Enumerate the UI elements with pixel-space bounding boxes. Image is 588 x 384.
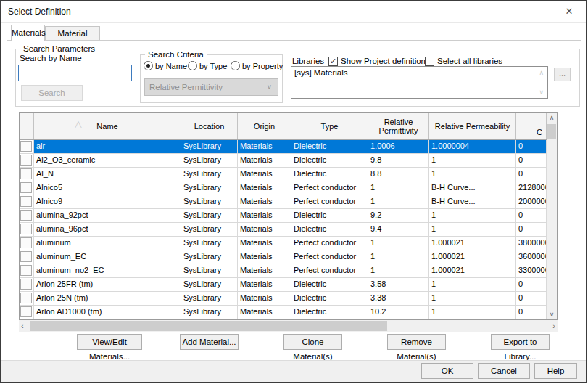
grid-row[interactable]: Alnico5 SysLibrary Materials Perfect con…	[20, 181, 547, 195]
export-to-library-button[interactable]: Export to Library...	[491, 334, 550, 350]
row-selector[interactable]	[20, 278, 34, 291]
remove-material-button[interactable]: Remove Material(s)	[387, 334, 446, 350]
cell-origin: Materials	[238, 154, 291, 167]
cell-conductivity: 2000000	[516, 195, 547, 208]
cell-name: Al_N	[34, 168, 181, 181]
row-selector[interactable]	[20, 209, 34, 222]
cell-type: Perfect conductor	[291, 264, 368, 277]
header-location[interactable]: Location	[181, 113, 238, 139]
cell-type: Perfect conductor	[291, 237, 368, 250]
cell-permittivity: 10.2	[368, 306, 429, 319]
cell-name: aluminum_no2_EC	[34, 264, 181, 277]
radio-by-name-label[interactable]: by Name	[155, 62, 187, 70]
header-row-selector	[20, 113, 34, 139]
grid-row[interactable]: air SysLibrary Materials Dielectric 1.00…	[20, 140, 547, 154]
select-all-libraries-label[interactable]: Select all libraries	[437, 57, 502, 65]
grid-row[interactable]: Arlon 25N (tm) SysLibrary Materials Diel…	[20, 292, 547, 306]
radio-by-property[interactable]	[231, 61, 240, 70]
tab-materials[interactable]: Materials	[11, 25, 45, 41]
grid-row[interactable]: Al2_O3_ceramic SysLibrary Materials Diel…	[20, 154, 547, 168]
grid-vertical-scrollbar[interactable]: ∧ ∨	[547, 113, 557, 319]
vertical-scroll-thumb[interactable]	[547, 124, 556, 139]
cell-conductivity: 3300000	[516, 264, 547, 277]
search-criteria-label: Search Criteria	[145, 50, 207, 59]
grid-horizontal-scrollbar[interactable]: ‹ ›	[19, 320, 558, 332]
cancel-button[interactable]: Cancel	[478, 363, 530, 379]
row-selector[interactable]	[20, 237, 34, 250]
grid-row[interactable]: aluminum SysLibrary Materials Perfect co…	[20, 237, 547, 250]
cell-permittivity: 9.4	[368, 223, 429, 236]
cell-origin: Materials	[238, 264, 291, 277]
header-relative-permeability[interactable]: Relative Permeability	[429, 113, 516, 139]
header-type[interactable]: Type	[291, 113, 368, 139]
cell-location: SysLibrary	[181, 154, 238, 167]
row-selector[interactable]	[20, 154, 34, 167]
select-all-libraries-checkbox[interactable]	[425, 57, 434, 66]
grid-row[interactable]: aluminum_no2_EC SysLibrary Materials Per…	[20, 264, 547, 278]
grid-row[interactable]: Alnico9 SysLibrary Materials Perfect con…	[20, 195, 547, 209]
row-selector[interactable]	[20, 195, 34, 208]
row-selector[interactable]	[20, 264, 34, 277]
cell-permittivity: 9.8	[368, 154, 429, 167]
title-bar: Select Definition ✕	[1, 1, 586, 23]
select-definition-dialog: Select Definition ✕ Materials Material F…	[0, 0, 587, 383]
row-selector[interactable]	[20, 168, 34, 181]
radio-by-type-label[interactable]: by Type	[199, 62, 227, 70]
tab-material-filters[interactable]: Material Filters	[45, 26, 100, 40]
header-origin[interactable]: Origin	[238, 113, 291, 139]
scroll-up-icon[interactable]: ∧	[539, 69, 544, 76]
header-name[interactable]: △ Name	[34, 113, 181, 139]
cell-name: aluminum	[34, 237, 181, 250]
header-relative-permittivity[interactable]: Relative Permittivity	[368, 113, 429, 139]
row-selector[interactable]	[20, 292, 34, 305]
close-icon[interactable]: ✕	[561, 5, 577, 18]
row-selector[interactable]	[20, 181, 34, 195]
grid-row[interactable]: Al_N SysLibrary Materials Dielectric 8.8…	[20, 168, 547, 181]
header-conductivity[interactable]: C	[516, 113, 547, 139]
grid-header: △ Name Location Origin Type Relative Per…	[20, 113, 547, 140]
cell-origin: Materials	[238, 181, 291, 195]
scroll-left-icon[interactable]: ‹	[21, 321, 24, 331]
radio-by-type[interactable]	[188, 61, 197, 70]
materials-grid: △ Name Location Origin Type Relative Per…	[19, 112, 558, 320]
horizontal-scroll-thumb[interactable]	[30, 321, 387, 331]
row-selector[interactable]	[20, 223, 34, 236]
grid-row[interactable]: Arlon AD1000 (tm) SysLibrary Materials D…	[20, 306, 547, 319]
cell-name: alumina_92pct	[34, 209, 181, 222]
property-dropdown[interactable]: Relative Permittivity ∨	[144, 78, 278, 96]
cell-permittivity: 1	[368, 181, 429, 195]
cell-name: Arlon 25FR (tm)	[34, 278, 181, 291]
cell-permeability: 1.000021	[429, 250, 516, 264]
row-selector[interactable]	[20, 250, 34, 264]
clone-material-button[interactable]: Clone Material(s)	[283, 334, 342, 350]
library-item[interactable]: [sys] Materials	[294, 68, 348, 77]
radio-by-property-label[interactable]: by Property	[242, 62, 283, 70]
grid-row[interactable]: Arlon 25FR (tm) SysLibrary Materials Die…	[20, 278, 547, 292]
grid-row[interactable]: alumina_96pct SysLibrary Materials Diele…	[20, 223, 547, 237]
row-selector[interactable]	[20, 140, 34, 153]
scroll-up-icon[interactable]: ∧	[547, 114, 557, 121]
scroll-right-icon[interactable]: ›	[552, 321, 555, 331]
scroll-down-icon[interactable]: ∨	[547, 311, 557, 318]
search-input[interactable]	[18, 65, 132, 81]
row-selector[interactable]	[20, 306, 34, 319]
search-button[interactable]: Search	[21, 85, 83, 101]
cell-permeability: 1	[429, 168, 516, 181]
grid-row[interactable]: aluminum_EC SysLibrary Materials Perfect…	[20, 250, 547, 264]
show-project-definitions-label[interactable]: Show Project definitions	[341, 57, 430, 65]
cell-conductivity: 0	[516, 209, 547, 222]
add-material-button[interactable]: Add Material...	[180, 334, 239, 350]
cell-origin: Materials	[238, 250, 291, 264]
help-button[interactable]: Help	[534, 363, 577, 379]
scroll-down-icon[interactable]: ∨	[539, 89, 544, 96]
browse-libraries-button[interactable]: ...	[554, 68, 571, 81]
grid-row[interactable]: alumina_92pct SysLibrary Materials Diele…	[20, 209, 547, 223]
cell-permeability: 1	[429, 154, 516, 167]
ok-button[interactable]: OK	[421, 363, 473, 379]
cell-type: Perfect conductor	[291, 250, 368, 264]
libraries-listbox[interactable]: [sys] Materials ∧ ∨	[291, 66, 548, 99]
cell-permittivity: 3.58	[368, 278, 429, 291]
view-edit-materials-button[interactable]: View/Edit Materials...	[77, 334, 142, 350]
show-project-definitions-checkbox[interactable]: ✓	[328, 57, 338, 66]
radio-by-name[interactable]	[144, 61, 153, 70]
